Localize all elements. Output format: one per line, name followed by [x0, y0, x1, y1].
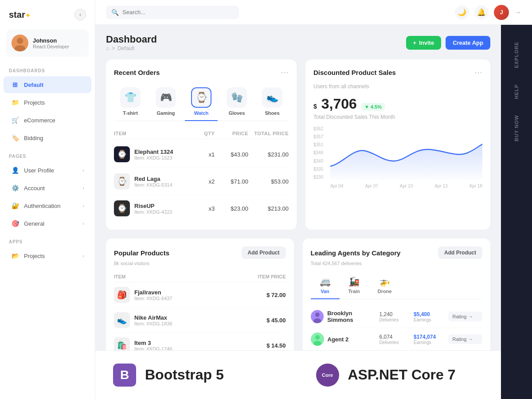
buynow-panel-item[interactable]: Buy now	[501, 107, 532, 149]
pop-table-headers: ITEM ITEM PRICE	[114, 271, 286, 282]
price-cell: $23.00	[215, 205, 248, 212]
sales-value: 3,706	[321, 96, 357, 112]
tab-gaming[interactable]: 🎮 Gaming	[149, 84, 182, 121]
earnings-value: $174,074	[414, 334, 448, 340]
agents-subtitle: Total 424,567 deliveries	[311, 261, 483, 266]
tab-label: Gaming	[157, 110, 175, 116]
add-product-button-agents[interactable]: Add Product	[438, 246, 482, 259]
search-icon: 🔍	[111, 9, 119, 16]
page-title-area: Dashboard ⌂ > Default	[106, 34, 157, 51]
user-name: Johnson	[33, 37, 69, 44]
item-cell: ⌚ Red Laga Item: #XDG-5314	[114, 173, 181, 189]
card-title: Recent Orders	[114, 69, 160, 76]
gloves-icon: 🧤	[227, 87, 247, 108]
plus-icon: +	[413, 39, 417, 46]
x-label: Apr 07	[365, 184, 378, 188]
agent-name: Agent 2	[328, 336, 349, 343]
table-row: ⌚ Red Laga Item: #XDG-5314 x2 $71.00 $53…	[114, 168, 289, 195]
lock-icon: 🔐	[11, 201, 20, 210]
theme-toggle[interactable]: 🌙	[455, 5, 469, 20]
chevron-down-icon: ›	[82, 221, 84, 226]
tab-train[interactable]: 🚂 Train	[340, 273, 369, 299]
tag-icon: 🏷️	[11, 133, 20, 142]
header-item: ITEM	[114, 131, 181, 136]
watch-icon: ⌚	[191, 87, 211, 108]
right-panel: Explore Help Buy now	[501, 25, 532, 399]
product-item: 🎒 Fjallraven Item: #XDG-6437	[114, 287, 228, 303]
chevron-down-icon: ›	[82, 253, 84, 258]
sidebar-item-default[interactable]: ⊞ Default	[4, 76, 91, 93]
card-menu-icon[interactable]: ⋯	[281, 67, 289, 77]
sidebar-item-general[interactable]: 🎯 General ›	[4, 215, 91, 232]
item-info: RiseUP Item: #XDG-4222	[134, 203, 172, 215]
sidebar-item-projects-app[interactable]: 📂 Projects ›	[4, 247, 91, 264]
table-headers: ITEM QTY PRICE TOTAL PRICE	[114, 128, 289, 139]
earnings-label: Earnings	[414, 340, 448, 345]
card-header: Recent Orders ⋯	[114, 67, 289, 77]
sidebar-item-ecommerce[interactable]: 🛒 eCommerce	[4, 112, 91, 129]
breadcrumb-separator: >	[112, 45, 115, 51]
card-menu-icon[interactable]: ⋯	[474, 67, 482, 77]
projects-icon: 📂	[11, 251, 20, 260]
header-total: TOTAL PRICE	[248, 131, 289, 136]
deliveries-label: Deliveries	[379, 317, 414, 322]
tab-shoes[interactable]: 👟 Shoes	[256, 84, 289, 121]
topbar-avatar[interactable]: J	[494, 5, 509, 20]
arrow-icon: →	[468, 336, 473, 342]
explore-panel-item[interactable]: Explore	[501, 34, 532, 76]
sidebar-item-label: Default	[24, 82, 43, 88]
aspnet-label: ASP.NET Core 7	[348, 367, 456, 383]
invite-button[interactable]: + Invite	[406, 36, 442, 50]
item-sku: Item: #XDG-5314	[134, 182, 172, 188]
sidebar-collapse-button[interactable]: ‹	[74, 9, 86, 20]
deliveries-value: 1,240	[379, 311, 414, 317]
item-info: Red Laga Item: #XDG-5314	[134, 176, 172, 188]
sidebar-item-user-profile[interactable]: 👤 User Profile ›	[4, 162, 91, 179]
notifications-button[interactable]: 🔔	[474, 5, 489, 20]
tab-van[interactable]: 🚐 Van	[311, 273, 340, 299]
help-panel-item[interactable]: Help	[501, 76, 532, 107]
gaming-icon: 🎮	[156, 87, 176, 108]
tab-drone[interactable]: 🚁 Drone	[369, 273, 401, 299]
tab-tshirt[interactable]: 👕 T-shirt	[114, 84, 147, 121]
earnings-value: $5,400	[414, 311, 448, 317]
x-label: Apr 04	[330, 184, 343, 188]
section-apps-label: APPS	[0, 232, 95, 247]
van-icon: 🚐	[320, 276, 331, 287]
sidebar-logo-area: star✦ ‹	[0, 0, 95, 25]
section-dashboards-label: DASHBOARDS	[0, 61, 95, 76]
sales-subtitle: Users from all channels	[313, 83, 482, 90]
rating-button[interactable]: Rating →	[448, 312, 483, 321]
product-info: Item 3 Item: #XDG-1746	[134, 340, 172, 352]
total-cell: $53.00	[248, 178, 289, 185]
home-icon: ⌂	[106, 45, 109, 51]
avatar	[12, 35, 28, 51]
sidebar-item-label: General	[24, 220, 44, 227]
product-sku: Item: #XDG-1836	[134, 321, 172, 326]
header-price: PRICE	[215, 131, 248, 136]
sidebar-item-projects[interactable]: 📁 Projects	[4, 94, 91, 111]
search-input[interactable]	[122, 9, 234, 16]
item-image: ⌚	[114, 200, 130, 216]
add-product-button[interactable]: Add Product	[242, 246, 286, 259]
recent-orders-card: Recent Orders ⋯ 👕 T-shirt 🎮 Gaming	[106, 59, 297, 230]
sidebar-item-authentication[interactable]: 🔐 Authentication ›	[4, 197, 91, 214]
header-actions: + Invite Create App	[406, 36, 490, 50]
card-title: Popular Products	[114, 249, 169, 257]
svg-point-1	[17, 38, 23, 44]
x-label: Apr 18	[469, 184, 482, 188]
sidebar-item-bidding[interactable]: 🏷️ Bidding	[4, 129, 91, 146]
tab-gloves[interactable]: 🧤 Gloves	[220, 84, 253, 121]
topbar-arrow-icon[interactable]: →	[514, 8, 521, 16]
help-label: Help	[514, 84, 519, 99]
search-box[interactable]: 🔍	[106, 6, 239, 19]
rating-button[interactable]: Rating →	[448, 334, 483, 344]
item-sku: Item: #XDG-1523	[134, 155, 173, 160]
arrow-icon: →	[468, 314, 473, 319]
sales-badge: ▼ 4.5%	[361, 103, 385, 111]
tab-watch[interactable]: ⌚ Watch	[185, 84, 218, 121]
create-app-button[interactable]: Create App	[446, 36, 490, 50]
sidebar-item-account[interactable]: ⚙️ Account ›	[4, 180, 91, 196]
product-name: Nike AirMax	[134, 314, 172, 321]
sidebar: star✦ ‹ Johnson React Developer DASHBOAR…	[0, 0, 95, 399]
